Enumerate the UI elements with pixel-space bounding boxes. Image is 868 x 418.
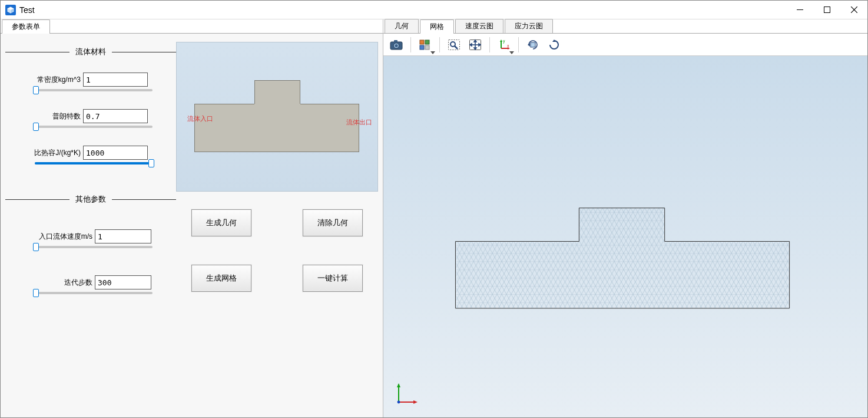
param-row-heatcap: 比热容J/(kg*K) — [29, 146, 176, 160]
tab-velocity-cloud[interactable]: 速度云图 — [455, 19, 503, 33]
svg-rect-11 — [420, 40, 424, 44]
svg-rect-4 — [824, 7, 830, 13]
param-row-inlet-velocity: 入口流体速度m/s — [29, 229, 176, 243]
geometry-shape-join — [254, 104, 300, 105]
viewport-toolbar: yx — [383, 34, 867, 56]
geometry-preview: 流体入口 流体出口 — [176, 42, 378, 192]
rotate-ccw-icon[interactable] — [545, 36, 564, 54]
camera-icon[interactable] — [387, 36, 406, 54]
svg-rect-14 — [425, 45, 429, 50]
app-window: Test 参数表单 流体材料 — [0, 0, 868, 418]
tab-mesh[interactable]: 网格 — [420, 19, 454, 34]
label-inlet-velocity: 入口流体速度m/s — [29, 232, 95, 242]
svg-rect-8 — [394, 40, 397, 42]
geometry-shape-lower — [194, 104, 359, 152]
pan-icon[interactable] — [466, 36, 485, 54]
calculate-all-button[interactable]: 一键计算 — [303, 265, 363, 292]
titlebar: Test — [1, 1, 867, 19]
svg-marker-23 — [470, 44, 472, 46]
svg-rect-31 — [531, 42, 535, 47]
input-heatcap[interactable] — [83, 146, 148, 160]
right-tabbar: 几何 网格 速度云图 应力云图 — [383, 19, 867, 34]
svg-point-16 — [450, 42, 455, 47]
input-prandtl[interactable] — [83, 109, 148, 123]
input-iterations[interactable] — [95, 275, 151, 289]
generate-mesh-button[interactable]: 生成网格 — [191, 265, 251, 292]
tab-geometry[interactable]: 几何 — [385, 19, 419, 33]
input-inlet-velocity[interactable] — [95, 229, 151, 243]
svg-marker-21 — [474, 40, 476, 42]
mesh-viewport[interactable] — [383, 56, 867, 417]
svg-point-38 — [397, 401, 400, 404]
window-title: Test — [19, 5, 35, 15]
zoom-box-icon[interactable] — [445, 36, 463, 54]
input-density[interactable] — [83, 73, 148, 87]
label-inlet: 流体入口 — [187, 114, 213, 123]
slider-heatcap[interactable] — [35, 162, 153, 164]
section-header-fluid: 流体材料 — [5, 47, 176, 57]
section-title-other: 其他参数 — [69, 194, 112, 205]
svg-rect-13 — [420, 45, 424, 50]
svg-rect-12 — [425, 40, 429, 44]
label-density: 常密度kg/m^3 — [29, 75, 83, 85]
multiview-icon[interactable] — [416, 36, 435, 54]
svg-point-10 — [395, 44, 398, 47]
right-pane: 几何 网格 速度云图 应力云图 — [383, 19, 867, 417]
slider-iterations[interactable] — [35, 292, 153, 294]
main-content: 参数表单 流体材料 常密度kg/m^3 — [1, 19, 867, 417]
left-pane: 参数表单 流体材料 常密度kg/m^3 — [1, 19, 383, 417]
preview-column: 流体入口 流体出口 生成几何 清除几何 生成网格 一键计算 — [176, 40, 378, 412]
label-outlet: 流体出口 — [346, 118, 372, 127]
geometry-shape-upper — [254, 80, 300, 104]
svg-marker-26 — [500, 40, 502, 42]
rotate-cw-icon[interactable] — [524, 36, 542, 54]
window-maximize-button[interactable] — [813, 1, 840, 19]
window-minimize-button[interactable] — [786, 1, 813, 19]
param-column: 流体材料 常密度kg/m^3 普朗特数 — [5, 40, 176, 412]
slider-prandtl[interactable] — [35, 126, 153, 128]
svg-marker-35 — [397, 383, 400, 387]
tab-param-form[interactable]: 参数表单 — [2, 19, 50, 34]
button-grid: 生成几何 清除几何 生成网格 一键计算 — [176, 192, 378, 310]
section-header-other: 其他参数 — [5, 194, 176, 205]
mesh-svg — [383, 56, 867, 417]
label-prandtl: 普朗特数 — [29, 111, 83, 121]
slider-density[interactable] — [35, 89, 153, 91]
left-body: 流体材料 常密度kg/m^3 普朗特数 — [1, 34, 383, 417]
axis-triad-icon — [394, 380, 421, 407]
param-row-prandtl: 普朗特数 — [29, 109, 176, 123]
svg-line-17 — [455, 46, 458, 49]
generate-geometry-button[interactable]: 生成几何 — [191, 209, 251, 236]
window-close-button[interactable] — [840, 1, 867, 19]
label-iterations: 迭代步数 — [29, 278, 95, 288]
axes-icon[interactable]: yx — [495, 36, 513, 54]
svg-marker-22 — [474, 48, 476, 50]
svg-marker-24 — [479, 44, 481, 46]
label-heatcap: 比热容J/(kg*K) — [29, 148, 83, 158]
app-icon — [5, 5, 16, 15]
section-title-fluid: 流体材料 — [69, 47, 112, 57]
svg-marker-37 — [413, 400, 418, 404]
param-row-iterations: 迭代步数 — [29, 275, 176, 289]
tab-stress-cloud[interactable]: 应力云图 — [505, 19, 553, 33]
left-tabbar: 参数表单 — [1, 19, 383, 34]
param-row-density: 常密度kg/m^3 — [29, 73, 176, 87]
svg-text:y: y — [503, 39, 505, 44]
clear-geometry-button[interactable]: 清除几何 — [303, 209, 363, 236]
slider-inlet-velocity[interactable] — [35, 246, 153, 248]
svg-text:x: x — [507, 44, 509, 48]
